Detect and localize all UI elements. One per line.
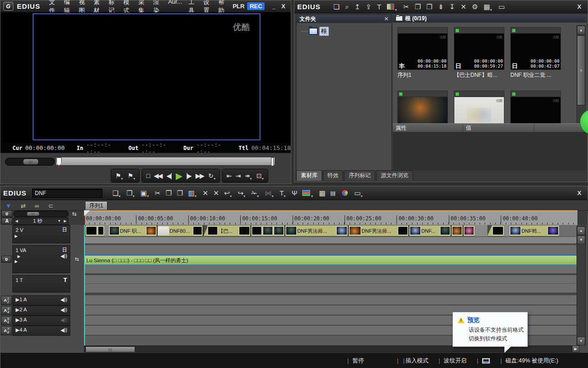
timescale-right-arrow[interactable]: ▶ [62, 219, 68, 223]
bin-close-button[interactable]: X [574, 3, 585, 10]
track-header-2a[interactable]: A34▶2 A◀)) [0, 305, 83, 316]
timeline-close-button[interactable]: X [574, 190, 585, 196]
timescale-dropdown[interactable]: ▼ [56, 219, 62, 223]
color-correction-icon[interactable]: ▾ [339, 188, 351, 198]
sync-arrows-icon[interactable]: ⇆ [74, 256, 79, 262]
timeline-clip-segment[interactable] [104, 225, 109, 236]
view-grid-icon[interactable]: ▦▾ [481, 2, 495, 12]
timeline-clip-segment[interactable] [97, 225, 104, 236]
overwrite-mode-icon[interactable]: ⇄ [18, 201, 27, 211]
set-out-icon[interactable]: ⚑▾ [125, 171, 138, 181]
video-track-content[interactable]: DNF 职...DNF80...【巴...DNF男法师...DNF男法师...D… [84, 225, 577, 236]
timeline-clip-segment[interactable]: DNF... [421, 225, 440, 236]
scroll-right-button[interactable]: ▶ [572, 345, 579, 352]
paste-icon[interactable]: ❒▾ [174, 188, 185, 198]
timeline-clip-segment[interactable] [409, 225, 421, 236]
scroll-down-button[interactable]: ▼ [577, 337, 585, 345]
audio-mixer-icon[interactable]: ≣▾ [328, 188, 339, 198]
timeline-clip-segment[interactable] [487, 225, 492, 236]
voiceover-mic-icon[interactable]: Ψ▾ [289, 188, 300, 198]
cut-icon[interactable]: ✂▾ [401, 2, 411, 12]
timeline-clip-segment[interactable] [504, 225, 509, 236]
import-icon[interactable]: ⇪▾ [363, 2, 373, 12]
speaker-icon[interactable]: ◀)) [61, 297, 67, 302]
expand-arrow-icon[interactable]: ▶ [13, 259, 70, 264]
track-header-4a[interactable]: A78▶4 A◀)) [0, 326, 83, 336]
bin-tab[interactable]: 素材库 [296, 170, 322, 181]
set-in-icon[interactable]: ⚑▾ [113, 171, 125, 181]
playhead-line[interactable] [84, 225, 85, 345]
paste-icon[interactable]: ❒▾ [424, 2, 434, 12]
timeline-clip-segment[interactable] [207, 225, 218, 236]
folder-tree-item-root[interactable]: 根 [301, 27, 391, 36]
timeline-clip-segment[interactable] [285, 225, 297, 236]
scroll-down-button[interactable]: ▼ [577, 236, 585, 244]
redo-icon[interactable]: ↪▾ [235, 188, 248, 198]
expand-arrow-icon[interactable]: ▶ [16, 253, 20, 259]
panel-layout-icon[interactable]: ▭▾ [351, 188, 365, 198]
copy-icon[interactable]: ❐▾ [163, 188, 174, 198]
audio-channel-badge[interactable]: A34 [1, 306, 12, 315]
bin-tab[interactable]: 特效 [323, 170, 343, 181]
close-button[interactable]: X [278, 3, 288, 10]
ripple-delete-icon[interactable]: ✕▾ [200, 188, 210, 198]
position-scrubber[interactable] [56, 157, 275, 166]
open-project-icon[interactable]: ❒▾ [124, 188, 137, 198]
track-header-1t[interactable]: 1 TT [0, 275, 83, 293]
track-header-2v[interactable]: 2 V日 ▶ [0, 225, 83, 243]
playhead-handle[interactable] [84, 210, 90, 216]
folder-panel-close[interactable]: ✕ [384, 16, 389, 22]
audio-channel-badge[interactable]: A78 [1, 326, 12, 335]
settings-icon[interactable]: ⚙▾ [469, 2, 480, 12]
undo-icon[interactable]: ↩▾ [221, 188, 235, 198]
folder-icon[interactable]: ❏▾ [331, 2, 341, 12]
timeline-clip-segment[interactable] [397, 225, 408, 236]
save-project-icon[interactable]: ▣▾ [138, 188, 152, 198]
track-header-1a[interactable]: A12▶1 A◀)) [0, 295, 83, 305]
timeline-clip-segment[interactable] [146, 225, 157, 236]
timeline-zoom-slider[interactable]: ||| [13, 211, 68, 217]
timeline-clip-segment[interactable] [464, 225, 475, 236]
timeline-clip-segment[interactable]: DNF韩... [521, 225, 547, 236]
timeline-clip-segment[interactable] [251, 225, 262, 236]
bin-clip[interactable]: 日 00:00:00:00 [397, 91, 448, 123]
speaker-icon[interactable]: ◀)) [61, 307, 67, 312]
timeline-clip-segment[interactable] [192, 225, 203, 236]
ffwd-icon[interactable]: ▶▶▾ [193, 171, 206, 181]
timeline-clip-segment[interactable] [158, 225, 170, 236]
va-track-video-row[interactable] [84, 245, 577, 255]
track-header-1va[interactable]: ʋ 1 VA日 ▶◀)) ▶ ⇆ [0, 245, 83, 273]
play-icon[interactable]: ▶▾ [174, 171, 184, 181]
delete-icon[interactable]: ✕▾ [458, 2, 469, 12]
play-around-cursor-icon[interactable]: ↠▾ [242, 171, 254, 181]
goto-out-icon[interactable]: ⇥▾ [233, 171, 243, 181]
loop-icon[interactable]: ↻▾ [206, 171, 218, 181]
export-icon[interactable]: ▾ [300, 188, 316, 198]
timeline-clip-segment[interactable] [262, 225, 273, 236]
timeline-clip-segment[interactable] [509, 225, 521, 236]
sync-scroll-icon[interactable]: ⇆ [72, 211, 77, 217]
plr-button[interactable]: PLR [230, 3, 247, 10]
audio-channel-badge[interactable]: A12 [1, 296, 12, 305]
speaker-icon[interactable]: ◀)) [61, 328, 67, 333]
add-cut-point-icon[interactable]: ✁▾ [249, 188, 262, 198]
timeline-clip-segment[interactable] [273, 225, 284, 236]
track-mute-button[interactable]: ʋ [1, 256, 11, 263]
bin-clip[interactable]: 优酷 日 00:00:00:0000:00:59:27 【巴士DNF】暗... [454, 27, 504, 79]
bin-clip[interactable]: 优酷 日 00:00:00:0000:00:42:07 DNF 职业二觉 ... [510, 27, 561, 79]
timeline-clip-segment[interactable] [349, 225, 362, 236]
goto-in-icon[interactable]: ⇤▾ [224, 171, 233, 181]
audio-track-content[interactable] [84, 295, 577, 305]
replace-clip-icon[interactable]: ▥▾ [185, 188, 199, 198]
bin-tab[interactable]: 源文件浏览 [376, 170, 413, 181]
project-name-field[interactable]: DNF [32, 189, 102, 198]
scrollbar-thumb[interactable]: ≡ [577, 35, 585, 105]
new-sequence-icon[interactable]: ❑▾ [110, 188, 123, 198]
timeline-clip-segment[interactable]: DNF男法师... [362, 225, 397, 236]
multicam-icon[interactable]: ▦▾ [316, 188, 327, 198]
bin-clip[interactable]: 优酷 丰 00:00:00:0000:04:15:18 序列1 [397, 27, 448, 79]
expand-arrow-icon[interactable]: ▶ [13, 233, 70, 238]
timeline-clip-segment[interactable] [547, 225, 559, 236]
stop-icon[interactable]: □▾ [144, 171, 151, 181]
add-to-timeline-icon[interactable]: ↧▾ [447, 2, 457, 12]
